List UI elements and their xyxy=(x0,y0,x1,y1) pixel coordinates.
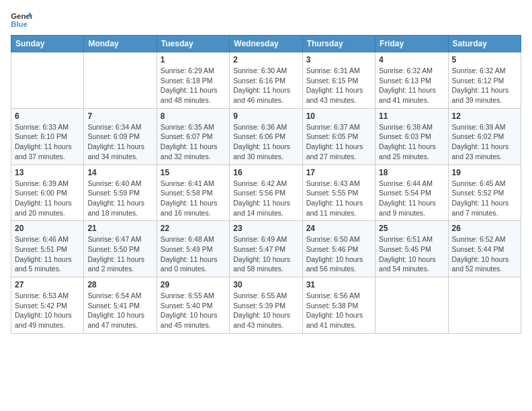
calendar-cell xyxy=(84,52,157,109)
day-info: Sunrise: 6:45 AM Sunset: 5:52 PM Dayligh… xyxy=(452,179,517,218)
calendar-cell xyxy=(11,52,84,109)
calendar-cell: 3Sunrise: 6:31 AM Sunset: 6:15 PM Daylig… xyxy=(302,52,375,109)
calendar-cell: 4Sunrise: 6:32 AM Sunset: 6:13 PM Daylig… xyxy=(375,52,448,109)
day-info: Sunrise: 6:50 AM Sunset: 5:46 PM Dayligh… xyxy=(306,234,371,274)
day-info: Sunrise: 6:53 AM Sunset: 5:42 PM Dayligh… xyxy=(15,291,80,330)
calendar-cell: 18Sunrise: 6:44 AM Sunset: 5:54 PM Dayli… xyxy=(375,165,448,221)
day-number: 9 xyxy=(233,111,298,121)
day-info: Sunrise: 6:39 AM Sunset: 6:02 PM Dayligh… xyxy=(452,122,517,162)
day-info: Sunrise: 6:30 AM Sunset: 6:16 PM Dayligh… xyxy=(233,66,298,105)
day-info: Sunrise: 6:31 AM Sunset: 6:15 PM Dayligh… xyxy=(306,66,371,105)
day-number: 23 xyxy=(233,224,298,233)
calendar-cell: 10Sunrise: 6:37 AM Sunset: 6:05 PM Dayli… xyxy=(302,108,375,165)
calendar-cell: 7Sunrise: 6:34 AM Sunset: 6:09 PM Daylig… xyxy=(84,108,157,165)
logo: General Blue xyxy=(11,11,32,30)
calendar-week: 27Sunrise: 6:53 AM Sunset: 5:42 PM Dayli… xyxy=(11,277,521,334)
day-number: 14 xyxy=(87,168,152,177)
day-number: 8 xyxy=(161,111,226,121)
calendar-cell: 30Sunrise: 6:55 AM Sunset: 5:39 PM Dayli… xyxy=(230,277,302,334)
day-info: Sunrise: 6:32 AM Sunset: 6:12 PM Dayligh… xyxy=(452,66,517,105)
day-of-week-row: SundayMondayTuesdayWednesdayThursdayFrid… xyxy=(11,36,521,52)
page-header: General Blue xyxy=(11,11,521,30)
day-info: Sunrise: 6:33 AM Sunset: 6:10 PM Dayligh… xyxy=(15,122,80,162)
day-number: 17 xyxy=(306,168,371,177)
calendar-body: 1Sunrise: 6:29 AM Sunset: 6:18 PM Daylig… xyxy=(11,52,521,334)
day-number: 25 xyxy=(379,224,444,233)
day-number: 29 xyxy=(161,280,226,289)
calendar-cell: 25Sunrise: 6:51 AM Sunset: 5:45 PM Dayli… xyxy=(375,221,448,277)
calendar-cell xyxy=(448,277,521,334)
day-number: 1 xyxy=(161,55,226,64)
calendar-week: 1Sunrise: 6:29 AM Sunset: 6:18 PM Daylig… xyxy=(11,52,521,109)
calendar-week: 6Sunrise: 6:33 AM Sunset: 6:10 PM Daylig… xyxy=(11,108,521,165)
day-info: Sunrise: 6:46 AM Sunset: 5:51 PM Dayligh… xyxy=(15,234,80,274)
day-info: Sunrise: 6:54 AM Sunset: 5:41 PM Dayligh… xyxy=(87,291,152,330)
day-info: Sunrise: 6:52 AM Sunset: 5:44 PM Dayligh… xyxy=(452,234,517,274)
day-number: 13 xyxy=(15,168,80,177)
calendar-cell: 16Sunrise: 6:42 AM Sunset: 5:56 PM Dayli… xyxy=(230,165,302,221)
day-info: Sunrise: 6:34 AM Sunset: 6:09 PM Dayligh… xyxy=(87,122,152,162)
day-info: Sunrise: 6:39 AM Sunset: 6:00 PM Dayligh… xyxy=(15,179,80,218)
calendar-cell: 6Sunrise: 6:33 AM Sunset: 6:10 PM Daylig… xyxy=(11,108,84,165)
calendar-cell: 13Sunrise: 6:39 AM Sunset: 6:00 PM Dayli… xyxy=(11,165,84,221)
calendar-cell: 17Sunrise: 6:43 AM Sunset: 5:55 PM Dayli… xyxy=(302,165,375,221)
calendar-cell: 19Sunrise: 6:45 AM Sunset: 5:52 PM Dayli… xyxy=(448,165,521,221)
dow-header: Friday xyxy=(375,36,448,52)
calendar-cell: 24Sunrise: 6:50 AM Sunset: 5:46 PM Dayli… xyxy=(302,221,375,277)
day-number: 15 xyxy=(161,168,226,177)
logo-icon: General Blue xyxy=(11,11,32,30)
calendar-cell: 15Sunrise: 6:41 AM Sunset: 5:58 PM Dayli… xyxy=(157,165,229,221)
day-number: 5 xyxy=(452,55,517,64)
calendar-cell: 21Sunrise: 6:47 AM Sunset: 5:50 PM Dayli… xyxy=(84,221,157,277)
day-number: 26 xyxy=(452,224,517,233)
calendar-cell: 28Sunrise: 6:54 AM Sunset: 5:41 PM Dayli… xyxy=(84,277,157,334)
dow-header: Tuesday xyxy=(157,36,229,52)
day-number: 27 xyxy=(15,280,80,289)
calendar-cell: 9Sunrise: 6:36 AM Sunset: 6:06 PM Daylig… xyxy=(230,108,302,165)
day-info: Sunrise: 6:55 AM Sunset: 5:40 PM Dayligh… xyxy=(161,291,226,330)
day-info: Sunrise: 6:43 AM Sunset: 5:55 PM Dayligh… xyxy=(306,179,371,218)
calendar-cell: 11Sunrise: 6:38 AM Sunset: 6:03 PM Dayli… xyxy=(375,108,448,165)
calendar-cell: 27Sunrise: 6:53 AM Sunset: 5:42 PM Dayli… xyxy=(11,277,84,334)
day-info: Sunrise: 6:32 AM Sunset: 6:13 PM Dayligh… xyxy=(379,66,444,105)
dow-header: Thursday xyxy=(302,36,375,52)
day-info: Sunrise: 6:47 AM Sunset: 5:50 PM Dayligh… xyxy=(87,234,152,274)
calendar-cell: 31Sunrise: 6:56 AM Sunset: 5:38 PM Dayli… xyxy=(302,277,375,334)
day-number: 30 xyxy=(233,280,298,289)
calendar-cell: 8Sunrise: 6:35 AM Sunset: 6:07 PM Daylig… xyxy=(157,108,229,165)
calendar-cell: 20Sunrise: 6:46 AM Sunset: 5:51 PM Dayli… xyxy=(11,221,84,277)
day-number: 18 xyxy=(379,168,444,177)
dow-header: Sunday xyxy=(11,36,84,52)
dow-header: Monday xyxy=(84,36,157,52)
day-number: 6 xyxy=(15,111,80,121)
day-info: Sunrise: 6:38 AM Sunset: 6:03 PM Dayligh… xyxy=(379,122,444,162)
day-info: Sunrise: 6:29 AM Sunset: 6:18 PM Dayligh… xyxy=(161,66,226,105)
day-number: 19 xyxy=(452,168,517,177)
day-number: 20 xyxy=(15,224,80,233)
calendar-week: 20Sunrise: 6:46 AM Sunset: 5:51 PM Dayli… xyxy=(11,221,521,277)
day-number: 31 xyxy=(306,280,371,289)
calendar-cell: 12Sunrise: 6:39 AM Sunset: 6:02 PM Dayli… xyxy=(448,108,521,165)
day-number: 10 xyxy=(306,111,371,121)
calendar-cell: 1Sunrise: 6:29 AM Sunset: 6:18 PM Daylig… xyxy=(157,52,229,109)
day-info: Sunrise: 6:42 AM Sunset: 5:56 PM Dayligh… xyxy=(233,179,298,218)
calendar-cell: 22Sunrise: 6:48 AM Sunset: 5:49 PM Dayli… xyxy=(157,221,229,277)
calendar-cell: 14Sunrise: 6:40 AM Sunset: 5:59 PM Dayli… xyxy=(84,165,157,221)
day-number: 7 xyxy=(87,111,152,121)
day-info: Sunrise: 6:49 AM Sunset: 5:47 PM Dayligh… xyxy=(233,234,298,274)
day-info: Sunrise: 6:56 AM Sunset: 5:38 PM Dayligh… xyxy=(306,291,371,330)
day-number: 24 xyxy=(306,224,371,233)
day-info: Sunrise: 6:51 AM Sunset: 5:45 PM Dayligh… xyxy=(379,234,444,274)
day-info: Sunrise: 6:44 AM Sunset: 5:54 PM Dayligh… xyxy=(379,179,444,218)
calendar-cell: 23Sunrise: 6:49 AM Sunset: 5:47 PM Dayli… xyxy=(230,221,302,277)
day-number: 11 xyxy=(379,111,444,121)
dow-header: Saturday xyxy=(448,36,521,52)
day-number: 3 xyxy=(306,55,371,64)
calendar-cell: 2Sunrise: 6:30 AM Sunset: 6:16 PM Daylig… xyxy=(230,52,302,109)
calendar-cell: 5Sunrise: 6:32 AM Sunset: 6:12 PM Daylig… xyxy=(448,52,521,109)
calendar-cell: 26Sunrise: 6:52 AM Sunset: 5:44 PM Dayli… xyxy=(448,221,521,277)
day-info: Sunrise: 6:40 AM Sunset: 5:59 PM Dayligh… xyxy=(87,179,152,218)
day-number: 22 xyxy=(161,224,226,233)
calendar-cell: 29Sunrise: 6:55 AM Sunset: 5:40 PM Dayli… xyxy=(157,277,229,334)
day-number: 16 xyxy=(233,168,298,177)
